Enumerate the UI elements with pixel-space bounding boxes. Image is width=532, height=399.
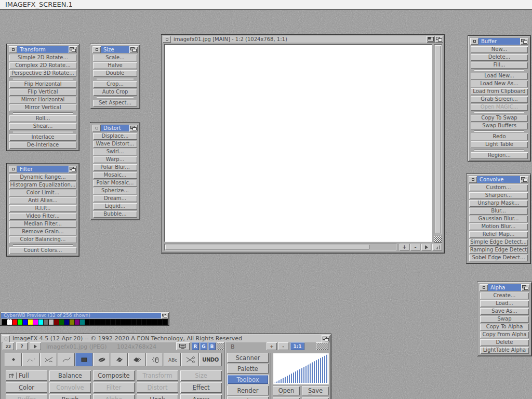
save-button[interactable]: Save: [302, 386, 329, 395]
zoom-in-button[interactable]: +: [267, 342, 277, 350]
print-button[interactable]: Print: [227, 396, 269, 399]
close-gadget-icon[interactable]: [2, 335, 10, 342]
red-channel-button[interactable]: R: [192, 342, 199, 350]
convolve-custom-button[interactable]: Custom...: [469, 184, 528, 191]
buffer-new-button[interactable]: New...: [471, 46, 528, 53]
distort-polar-blur-button[interactable]: Polar Blur...: [93, 164, 137, 171]
zoom-out-button[interactable]: -: [278, 342, 288, 350]
close-gadget-icon[interactable]: [9, 46, 17, 53]
buffer-copy-to-swap-button[interactable]: Copy To Swap: [471, 115, 528, 122]
buffer-swap-buffers-button[interactable]: Swap Buffers: [471, 123, 528, 129]
close-gadget-icon[interactable]: [469, 176, 477, 183]
depth-gadget-icon[interactable]: [322, 335, 330, 342]
size-halve-button[interactable]: Halve: [93, 62, 137, 69]
distort-polar-mosaic-button[interactable]: Polar Mosaic...: [93, 180, 137, 187]
filter-color-limit-button[interactable]: Color Limit...: [9, 190, 76, 196]
filter-r-i-p-button[interactable]: R.I.P...: [9, 205, 76, 212]
tool-polygon-button[interactable]: [111, 353, 128, 366]
tool-line-button[interactable]: [40, 353, 57, 366]
arexx-button[interactable]: Arexx: [180, 394, 222, 399]
convolve-ramping-edge-detect-button[interactable]: Ramping Edge Detect: [469, 247, 528, 254]
convolve-relief-map-button[interactable]: Relief Map...: [469, 231, 528, 238]
vertical-scroll-thumb[interactable]: [435, 45, 441, 233]
buffer-load-from-clipboard-button[interactable]: Load from Clipboard: [471, 88, 528, 95]
palette-titlebar[interactable]: CyberWB Preview: (32 of 256 shown): [1, 313, 168, 318]
mask-preview-button[interactable]: [316, 342, 328, 350]
convolve-simple-edge-detect-button[interactable]: Simple Edge Detect...: [469, 239, 528, 246]
filter-dynamic-range-button[interactable]: Dynamic Range...: [9, 174, 76, 181]
convolve-gaussian-blur-button[interactable]: Gaussian Blur...: [469, 216, 528, 222]
composite-button[interactable]: Composite: [93, 370, 135, 381]
buffer-redo-button[interactable]: Redo: [471, 134, 528, 140]
effect-button[interactable]: Effect: [180, 382, 222, 393]
dither-view-button[interactable]: [434, 236, 442, 243]
depth-gadget-icon[interactable]: [435, 36, 443, 43]
horizontal-scroll-thumb[interactable]: [165, 245, 369, 249]
filter-histogram-equalization-button[interactable]: Histogram Equalization...: [9, 182, 76, 189]
depth-gadget-icon[interactable]: [69, 46, 77, 53]
depth-gadget-icon[interactable]: [161, 313, 168, 318]
buffer-fill-button[interactable]: Fill...: [471, 62, 528, 69]
distort-dream-button[interactable]: Dream...: [93, 195, 137, 202]
filter-color-balancing-button[interactable]: Color Balancing...: [9, 236, 76, 243]
distort-swirl-button[interactable]: Swirl...: [93, 149, 137, 155]
alpha-delete-button[interactable]: Delete: [480, 339, 529, 346]
buffer-region-button[interactable]: Region...: [471, 152, 528, 159]
distort-mosaic-button[interactable]: Mosaic...: [93, 172, 137, 179]
screen-titlebar[interactable]: IMAGEFX_SCREEN.1: [0, 0, 532, 10]
screen-mode-button[interactable]: [176, 342, 190, 350]
filter-median-filter-button[interactable]: Median Filter...: [9, 221, 76, 228]
tool-freehand-button[interactable]: [22, 353, 39, 366]
convolve-blur-button[interactable]: Blur...: [469, 208, 528, 215]
transform-flip-vertical-button[interactable]: Flip Vertical: [9, 89, 76, 96]
balance-button[interactable]: Balance: [49, 370, 91, 381]
transform-interlace-button[interactable]: Interlace: [9, 134, 76, 141]
tool-scissors-button[interactable]: [181, 353, 198, 366]
alpha-save-as-button[interactable]: Save As...: [480, 308, 529, 315]
size-crop-button[interactable]: Crop...: [93, 81, 137, 88]
size-set-aspect-button[interactable]: Set Aspect...: [93, 100, 137, 107]
alpha-lighttable-alpha-button[interactable]: LightTable Alpha: [480, 347, 529, 354]
play-button[interactable]: [30, 342, 41, 350]
buffer-load-new-as-button[interactable]: Load New As...: [471, 81, 528, 87]
distort-bubble-button[interactable]: Bubble...: [93, 211, 137, 218]
horizontal-scrollbar[interactable]: [164, 244, 396, 250]
transform-complex-2d-rotate-button[interactable]: Complex 2D Rotate...: [9, 62, 76, 69]
green-channel-button[interactable]: G: [200, 342, 207, 350]
alpha-swap-button[interactable]: Swap: [480, 316, 529, 323]
tool-spray-button[interactable]: [146, 353, 163, 366]
transform-titlebar[interactable]: Transform: [9, 46, 77, 53]
depth-gadget-icon[interactable]: [520, 38, 528, 45]
alpha-titlebar[interactable]: Alpha: [480, 284, 529, 291]
sleep-button[interactable]: zz: [3, 342, 14, 350]
tool-point-button[interactable]: [5, 353, 22, 366]
filter-titlebar[interactable]: Filter: [9, 166, 77, 172]
size-titlebar[interactable]: Size: [92, 46, 138, 53]
filter-count-colors-button[interactable]: Count Colors...: [9, 247, 76, 254]
convolve-motion-blur-button[interactable]: Motion Blur...: [469, 223, 528, 230]
main-window-titlebar[interactable]: ImageFX 4.5 (12-Apr-20) -- © 1992-2020 A…: [2, 335, 330, 342]
undo-button[interactable]: UNDO: [199, 353, 222, 366]
alpha-create-button[interactable]: Create...: [480, 292, 529, 299]
depth-gadget-icon[interactable]: [129, 46, 138, 53]
alpha-load-button[interactable]: Load...: [480, 300, 529, 307]
close-gadget-icon[interactable]: [470, 38, 478, 45]
convolve-titlebar[interactable]: Convolve: [469, 176, 528, 183]
depth-gadget-icon[interactable]: [69, 166, 77, 172]
distort-warp-button[interactable]: Warp...: [93, 156, 137, 163]
close-gadget-icon[interactable]: [480, 284, 488, 291]
transform-perspective-3d-rotate-button[interactable]: Perspective 3D Rotate...: [9, 70, 76, 77]
tool-box-button[interactable]: [75, 353, 92, 366]
toolbox-button[interactable]: Toolbox: [227, 375, 269, 384]
close-gadget-icon[interactable]: [92, 125, 101, 131]
image-canvas[interactable]: [164, 44, 432, 242]
transform-roll-button[interactable]: Roll...: [9, 115, 76, 122]
depth-gadget-icon[interactable]: [520, 176, 528, 183]
zoom-out-button[interactable]: -: [410, 244, 420, 250]
size-scale-button[interactable]: Scale...: [93, 55, 137, 61]
filter-anti-alias-button[interactable]: Anti Alias...: [9, 197, 76, 204]
convolve-sharpen-button[interactable]: Sharpen...: [469, 192, 528, 199]
transform-shear-button[interactable]: Shear...: [9, 123, 76, 130]
buffer-titlebar[interactable]: Buffer: [470, 38, 528, 45]
buffer-grab-screen-button[interactable]: Grab Screen...: [471, 96, 528, 103]
